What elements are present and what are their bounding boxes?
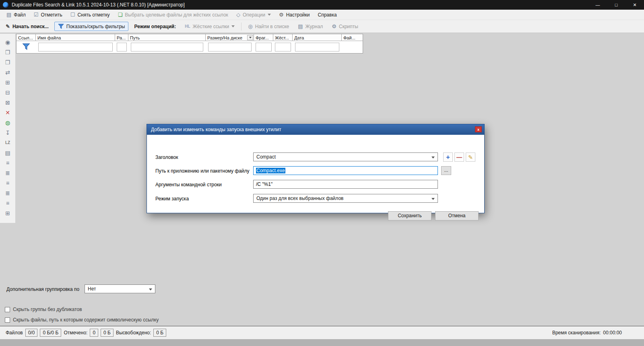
- hardlink-3-icon[interactable]: ≡: [3, 179, 12, 187]
- network-icon[interactable]: ◍: [3, 118, 12, 127]
- remove-command-button[interactable]: —: [454, 152, 464, 162]
- scripts-label: Скрипты: [339, 24, 358, 29]
- lz-compress-icon[interactable]: LZ: [3, 138, 12, 147]
- find-in-list-button[interactable]: ◎ Найти в списке: [245, 23, 292, 31]
- hide-groups-checkbox-row: Скрыть группы без дубликатов: [5, 307, 82, 312]
- run-mode-value: Один раз для всех выбранных файлов: [256, 196, 343, 201]
- size-sort-dropdown[interactable]: [247, 35, 253, 40]
- title-field-label: Заголовок: [155, 154, 178, 160]
- edit-command-button[interactable]: ✎: [466, 152, 475, 162]
- menu-mark[interactable]: ☑ Отметить: [31, 11, 66, 19]
- run-mode-select[interactable]: Один раз для всех выбранных файлов: [253, 194, 438, 203]
- path-field-label: Путь к приложению или пакетному файлу: [155, 168, 250, 174]
- copy-icon[interactable]: ❐: [3, 48, 12, 56]
- menu-file[interactable]: ▤ Файл: [3, 11, 29, 19]
- filter-path-input[interactable]: [131, 43, 203, 51]
- filter-hardlinks-input[interactable]: [275, 43, 291, 51]
- menu-operations-label: Операции: [243, 12, 265, 18]
- add-command-button[interactable]: +: [443, 152, 453, 162]
- minimize-button[interactable]: —: [588, 0, 607, 10]
- filter-fragments-input[interactable]: [256, 43, 272, 51]
- chevron-down-icon: [431, 198, 435, 200]
- marked-size: 0 Б: [101, 329, 114, 337]
- column-date[interactable]: Дата: [293, 34, 342, 41]
- paste-icon[interactable]: ❐: [3, 58, 12, 66]
- toolbar: ✎ Начать поиск... Показать/скрыть фильтр…: [0, 20, 644, 33]
- start-search-label: Начать поиск...: [12, 24, 49, 29]
- column-fragments[interactable]: Фраг...: [254, 34, 273, 41]
- hardlink-5-icon[interactable]: ≡: [3, 199, 12, 207]
- title-select[interactable]: Compact: [253, 152, 438, 161]
- operations-icon: ◇: [236, 12, 240, 17]
- extra-grouping-value: Нет: [88, 286, 96, 292]
- hardlink-4-icon[interactable]: ≣: [3, 189, 12, 197]
- start-search-button[interactable]: ✎ Начать поиск...: [2, 23, 52, 31]
- group-unlink-icon[interactable]: ⊟: [3, 88, 12, 97]
- hard-links-label: Жёсткие ссылки: [193, 24, 229, 29]
- filter-row: [17, 41, 363, 53]
- menu-operations[interactable]: ◇ Операции: [233, 11, 274, 19]
- filter-size-input[interactable]: [208, 43, 252, 51]
- filter-filename-input[interactable]: [38, 43, 113, 51]
- group-clear-icon[interactable]: ⊠: [3, 98, 12, 107]
- args-input[interactable]: [253, 180, 438, 189]
- hide-groups-label: Скрыть группы без дубликатов: [13, 307, 82, 312]
- extra-grouping-select[interactable]: Нет: [85, 284, 155, 293]
- path-input[interactable]: Compact.exe: [253, 166, 438, 175]
- toggle-filters-button[interactable]: Показать/скрыть фильтры: [54, 22, 129, 31]
- journal-button[interactable]: ▤ Журнал: [295, 23, 326, 31]
- scripts-button[interactable]: ⚙ Скрипты: [328, 23, 361, 31]
- marked-count: 0: [90, 329, 98, 337]
- journal-label: Журнал: [305, 24, 323, 29]
- window-bottom-edge: [0, 339, 644, 346]
- close-button[interactable]: ✕: [625, 0, 644, 10]
- results-table-header: Ссыл... Имя файла Ра... Путь Размер/На д…: [16, 34, 363, 54]
- hardlink-1-icon[interactable]: ≡: [3, 159, 12, 167]
- mode-field-label: Режим запуска: [155, 196, 189, 202]
- menu-unmark[interactable]: ☐ Снять отметку: [67, 11, 113, 19]
- column-filename[interactable]: Имя файла: [36, 34, 115, 41]
- column-fileattr[interactable]: Фай...: [342, 34, 363, 41]
- hide-groups-checkbox[interactable]: [5, 307, 10, 312]
- toolbar-separator: [241, 23, 242, 31]
- export-icon[interactable]: ↧: [3, 128, 12, 137]
- filter-funnel-cell: [17, 41, 36, 53]
- menu-settings[interactable]: ⚙ Настройки: [276, 11, 313, 19]
- dialog-close-button[interactable]: x: [475, 126, 482, 132]
- hard-links-dropdown[interactable]: HL Жёсткие ссылки: [182, 23, 238, 31]
- menubar: ▤ Файл ☑ Отметить ☐ Снять отметку ❏ Выбр…: [0, 10, 644, 20]
- target-files-icon: ❏: [118, 12, 123, 17]
- window-controls: — □ ✕: [588, 0, 644, 10]
- menu-file-label: Файл: [14, 12, 26, 18]
- cancel-button[interactable]: Отмена: [435, 211, 479, 220]
- menu-select-target-files[interactable]: ❏ Выбрать целевые файлы для жёстких ссыл…: [115, 11, 231, 19]
- hardlink-6-icon[interactable]: ⊞: [3, 209, 12, 217]
- hide-symlink-checkbox[interactable]: [5, 317, 10, 323]
- group-link-icon[interactable]: ⊞: [3, 78, 12, 86]
- freed-label: Высвобождено:: [116, 330, 151, 336]
- delete-icon[interactable]: ✕: [3, 108, 12, 117]
- hardlink-2-icon[interactable]: ≣: [3, 169, 12, 177]
- settings-icon: ⚙: [279, 12, 284, 17]
- column-links[interactable]: Ссыл...: [17, 34, 36, 41]
- column-size[interactable]: Размер/На диске: [206, 34, 254, 41]
- menu-help-label: Справка: [318, 12, 337, 18]
- chevron-down-icon: [149, 288, 152, 290]
- column-extension[interactable]: Ра...: [115, 34, 128, 41]
- column-hardlinks[interactable]: Жёст...: [273, 34, 293, 41]
- maximize-button[interactable]: □: [607, 0, 625, 10]
- chevron-down-icon: [231, 25, 235, 27]
- preview-icon[interactable]: ◉: [3, 38, 12, 46]
- files-count: 0/0: [25, 329, 38, 337]
- swap-icon[interactable]: ⇄: [3, 68, 12, 76]
- folder-icon[interactable]: ▤: [3, 148, 12, 157]
- filter-date-input[interactable]: [295, 43, 339, 51]
- filter-extension-input[interactable]: [117, 43, 127, 51]
- hardlink-icon: HL: [185, 24, 190, 29]
- save-button[interactable]: Сохранить: [388, 211, 431, 220]
- sort-arrow-icon: [249, 37, 251, 39]
- files-label: Файлов: [6, 330, 23, 336]
- browse-button[interactable]: ...: [441, 166, 451, 175]
- column-path[interactable]: Путь: [128, 34, 206, 41]
- menu-help[interactable]: Справка: [315, 11, 340, 19]
